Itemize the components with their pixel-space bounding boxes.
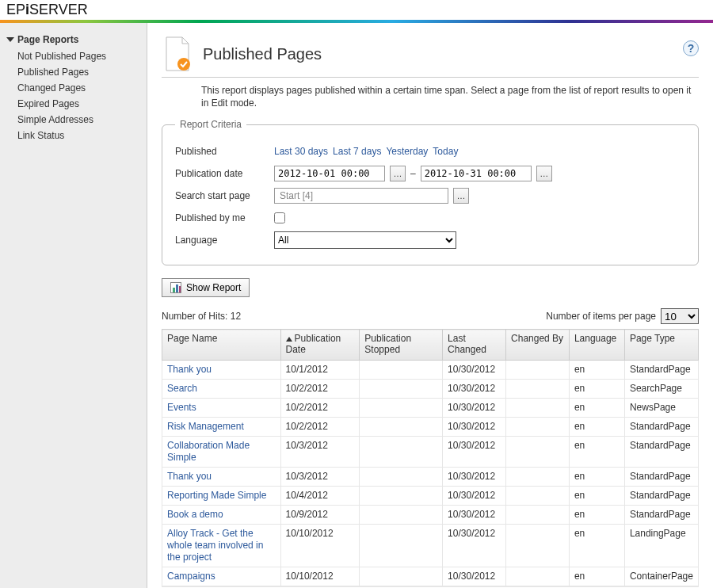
table-row: Thank you10/1/201210/30/2012enStandardPa… xyxy=(162,360,699,379)
content: Published Pages ? This report displays p… xyxy=(147,23,713,588)
page-link[interactable]: Search xyxy=(167,383,197,394)
page-link[interactable]: Risk Management xyxy=(167,421,244,432)
results-table: Page NamePublication DatePublication Sto… xyxy=(162,329,699,586)
sidebar: Page Reports Not Published PagesPublishe… xyxy=(0,23,147,588)
hits: Number of Hits: 12 xyxy=(162,311,241,322)
date-range-sep: – xyxy=(410,168,416,179)
col-page-type[interactable]: Page Type xyxy=(624,330,698,361)
publication-date-label: Publication date xyxy=(175,168,274,179)
page-link[interactable]: Collaboration Made Simple xyxy=(167,440,250,463)
svg-point-0 xyxy=(177,58,190,71)
chevron-down-icon xyxy=(6,37,14,42)
date-from-input[interactable] xyxy=(274,166,385,181)
col-publication-stopped[interactable]: Publication Stopped xyxy=(360,330,443,361)
sidebar-item-link-status[interactable]: Link Status xyxy=(0,128,147,143)
sidebar-item-expired-pages[interactable]: Expired Pages xyxy=(0,96,147,112)
table-row: Alloy Track - Get the whole team involve… xyxy=(162,524,699,567)
language-label: Language xyxy=(175,235,274,246)
page-title: Published Pages xyxy=(203,45,322,63)
brand-bar: EPiSERVER xyxy=(0,0,713,20)
show-report-button[interactable]: Show Report xyxy=(162,278,250,297)
table-row: Risk Management10/2/201210/30/2012enStan… xyxy=(162,417,699,436)
sidebar-item-not-published-pages[interactable]: Not Published Pages xyxy=(0,48,147,64)
date-from-picker-button[interactable]: … xyxy=(390,166,406,181)
items-per-page-label: Number of items per page xyxy=(546,311,656,322)
brand-text: EPiSERVER xyxy=(6,2,88,18)
page-header: Published Pages ? xyxy=(162,36,699,78)
col-last-changed[interactable]: Last Changed xyxy=(443,330,506,361)
page-link[interactable]: Alloy Track - Get the whole team involve… xyxy=(167,528,263,563)
published-by-me-label: Published by me xyxy=(175,212,274,223)
page-link[interactable]: Events xyxy=(167,402,196,413)
published-quicklinks: Last 30 days Last 7 days Yesterday Today xyxy=(274,146,685,157)
page-header-icon xyxy=(162,36,193,72)
page-link[interactable]: Campaigns xyxy=(167,571,215,582)
table-row: Search10/2/201210/30/2012enSearchPage xyxy=(162,379,699,398)
startpage-input[interactable] xyxy=(274,188,448,204)
sidebar-item-changed-pages[interactable]: Changed Pages xyxy=(0,80,147,96)
page-link[interactable]: Thank you xyxy=(167,471,212,482)
chart-icon xyxy=(170,282,181,293)
published-label: Published xyxy=(175,146,274,157)
page-link[interactable]: Book a demo xyxy=(167,509,223,520)
sidebar-item-published-pages[interactable]: Published Pages xyxy=(0,64,147,80)
sort-asc-icon xyxy=(286,337,292,342)
language-select[interactable]: All xyxy=(274,231,456,249)
items-per-page-select[interactable]: 10 xyxy=(661,308,699,324)
startpage-label: Search start page xyxy=(175,190,274,201)
col-page-name[interactable]: Page Name xyxy=(162,330,281,361)
col-changed-by[interactable]: Changed By xyxy=(506,330,570,361)
criteria-legend: Report Criteria xyxy=(175,119,246,130)
table-row: Events10/2/201210/30/2012enNewsPage xyxy=(162,398,699,417)
items-per-page: Number of items per page 10 xyxy=(546,308,699,324)
col-publication-date[interactable]: Publication Date xyxy=(280,330,360,361)
col-language[interactable]: Language xyxy=(569,330,624,361)
sidebar-group-header[interactable]: Page Reports xyxy=(0,31,147,48)
page-link[interactable]: Thank you xyxy=(167,364,212,375)
sidebar-item-simple-addresses[interactable]: Simple Addresses xyxy=(0,112,147,128)
page-link[interactable]: Reporting Made Simple xyxy=(167,490,266,501)
sidebar-group-label: Page Reports xyxy=(17,34,78,45)
table-row: Campaigns10/10/201210/30/2012enContainer… xyxy=(162,567,699,586)
published-link-yesterday[interactable]: Yesterday xyxy=(386,146,428,157)
help-icon[interactable]: ? xyxy=(683,40,699,56)
startpage-picker-button[interactable]: … xyxy=(453,188,469,204)
show-report-label: Show Report xyxy=(186,282,241,293)
published-link-last-7-days[interactable]: Last 7 days xyxy=(333,146,381,157)
date-to-picker-button[interactable]: … xyxy=(536,166,552,181)
table-row: Thank you10/3/201210/30/2012enStandardPa… xyxy=(162,467,699,486)
published-link-today[interactable]: Today xyxy=(433,146,458,157)
table-row: Book a demo10/9/201210/30/2012enStandard… xyxy=(162,505,699,524)
table-row: Reporting Made Simple10/4/201210/30/2012… xyxy=(162,486,699,505)
date-to-input[interactable] xyxy=(421,166,532,181)
published-link-last-30-days[interactable]: Last 30 days xyxy=(274,146,328,157)
page-description: This report displays pages published wit… xyxy=(201,84,699,109)
report-criteria: Report Criteria Published Last 30 days L… xyxy=(162,119,699,265)
published-by-me-checkbox[interactable] xyxy=(274,212,285,223)
table-row: Collaboration Made Simple10/3/201210/30/… xyxy=(162,436,699,467)
